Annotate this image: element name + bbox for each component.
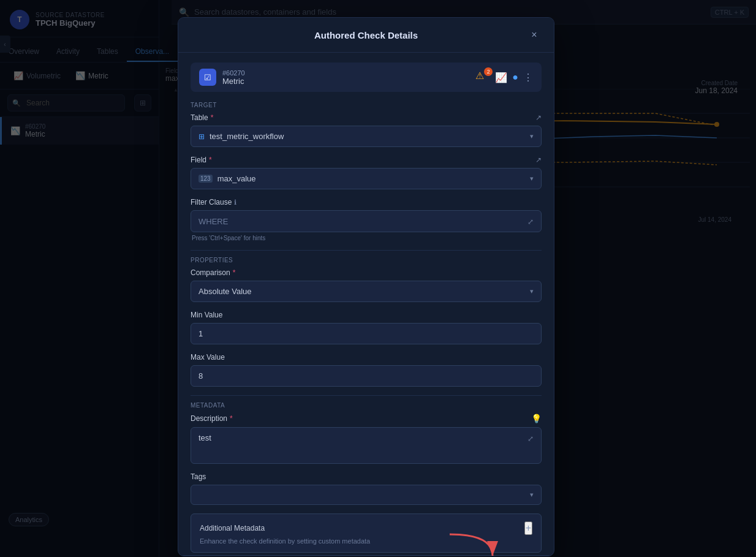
target-section-label: Target [191, 102, 542, 108]
bulb-icon: 💡 [531, 414, 542, 423]
properties-section-label: Properties [191, 257, 542, 263]
table-form-group: Table * ↗ ⊞ test_metric_workflow ▾ [191, 113, 542, 147]
table-value: test_metric_workflow [210, 132, 284, 141]
check-left: ☑ #60270 Metric [199, 69, 245, 86]
more-options-icon[interactable]: ⋮ [523, 72, 533, 83]
check-badge: ☑ #60270 Metric ⚠ 2 📈 ● ⋮ [191, 63, 542, 92]
field-type-icon: 123 [198, 175, 213, 183]
field-select[interactable]: 123 max_value ▾ [191, 168, 542, 189]
tags-field-label: Tags [191, 472, 542, 481]
description-textarea[interactable]: test ⤢ [191, 427, 542, 464]
modal-body: ☑ #60270 Metric ⚠ 2 📈 ● ⋮ Target Tabl [178, 53, 554, 555]
field-field-label: Field * ↗ [191, 156, 542, 164]
min-value-input[interactable] [191, 323, 542, 344]
chevron-down-icon: ▾ [530, 132, 534, 140]
modal-footer: Cancel Validate Update [178, 555, 554, 556]
comparison-chevron-icon: ▾ [530, 287, 534, 295]
info-icon[interactable]: ● [512, 72, 518, 83]
properties-divider [191, 250, 542, 251]
field-chevron-icon: ▾ [530, 175, 534, 183]
max-value-form-group: Max Value [191, 353, 542, 387]
arrow-svg [444, 528, 505, 556]
table-link-icon[interactable]: ↗ [535, 113, 542, 122]
comparison-form-group: Comparison * Absolute Value ▾ [191, 268, 542, 302]
filter-placeholder: WHERE [198, 217, 228, 226]
field-value: max_value [217, 174, 256, 183]
additional-meta-title: Additional Metadata [200, 524, 265, 532]
max-value-input[interactable] [191, 365, 542, 387]
field-form-group: Field * ↗ 123 max_value ▾ [191, 156, 542, 189]
table-icon: ⊞ [198, 132, 205, 141]
add-metadata-button[interactable]: + [524, 521, 532, 535]
check-right: ⚠ 2 📈 ● ⋮ [475, 70, 533, 85]
metadata-section-label: Metadata [191, 402, 542, 409]
filter-hint: Press 'Ctrl+Space' for hints [191, 235, 542, 241]
description-expand-icon[interactable]: ⤢ [527, 434, 534, 443]
trend-icon[interactable]: 📈 [495, 72, 507, 83]
tags-select[interactable]: ▾ [191, 485, 542, 505]
modal-title: Authored Check Details [205, 30, 527, 40]
metadata-divider [191, 395, 542, 396]
authored-check-modal: Authored Check Details × ☑ #60270 Metric… [178, 17, 554, 556]
comparison-field-label: Comparison * [191, 268, 542, 277]
table-select[interactable]: ⊞ test_metric_workflow ▾ [191, 126, 542, 147]
check-id: #60270 [222, 69, 245, 77]
min-value-label: Min Value [191, 311, 542, 319]
alert-badge: ⚠ 2 [475, 70, 490, 85]
tags-form-group: Tags ▾ [191, 472, 542, 505]
min-value-form-group: Min Value [191, 311, 542, 344]
filter-info-icon[interactable]: ℹ [234, 199, 236, 207]
modal-header: Authored Check Details × [178, 18, 554, 53]
filter-form-group: Filter Clause ℹ WHERE ⤢ Press 'Ctrl+Spac… [191, 198, 542, 241]
warning-icon: ⚠ [475, 70, 484, 81]
alert-count: 2 [484, 67, 493, 76]
filter-field-label: Filter Clause ℹ [191, 198, 542, 207]
description-value: test [198, 433, 211, 442]
close-button[interactable]: × [527, 28, 542, 42]
max-value-label: Max Value [191, 353, 542, 362]
check-type-icon: ☑ [199, 69, 216, 86]
check-type: Metric [222, 77, 245, 86]
filter-input[interactable]: WHERE ⤢ [191, 210, 542, 232]
comparison-value: Absolute Value [198, 287, 252, 296]
description-field-label: Description * 💡 [191, 414, 542, 423]
table-field-label: Table * ↗ [191, 113, 542, 122]
tags-chevron-icon: ▾ [530, 491, 534, 499]
description-form-group: Description * 💡 test ⤢ [191, 414, 542, 464]
expand-icon[interactable]: ⤢ [527, 218, 534, 226]
comparison-select[interactable]: Absolute Value ▾ [191, 281, 542, 302]
arrow-annotation [444, 528, 505, 556]
field-link-icon[interactable]: ↗ [535, 156, 542, 164]
